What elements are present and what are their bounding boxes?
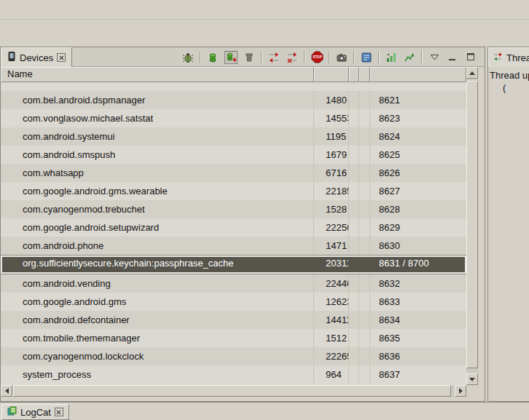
process-port: 8635 xyxy=(370,329,466,347)
process-port: 8627 xyxy=(370,182,466,200)
toolbar-separator xyxy=(378,51,380,63)
process-debug-cell xyxy=(349,91,359,109)
view-menu-icon[interactable] xyxy=(428,51,441,64)
process-row[interactable]: com.tmobile.thememanager 1512 8635 xyxy=(1,329,466,347)
process-debug-cell xyxy=(349,200,359,218)
process-pid: 1471 xyxy=(314,237,349,255)
scroll-down-button[interactable] xyxy=(466,373,478,385)
column-header-pid[interactable] xyxy=(314,67,349,82)
process-row[interactable]: com.android.smspush 1679 8625 xyxy=(1,146,466,164)
update-heap-icon[interactable] xyxy=(206,51,219,64)
process-port: 8632 xyxy=(370,274,466,293)
main-toolbar-strip xyxy=(0,20,529,46)
devices-toolbar: STOP xyxy=(181,49,477,65)
process-name: system_process xyxy=(1,365,314,384)
process-debug-cell xyxy=(349,347,359,365)
process-pid: 1195 xyxy=(314,127,349,146)
vertical-scroll-thumb[interactable] xyxy=(466,81,478,368)
process-row[interactable]: com.vonglasow.michael.satstat 14553 8623 xyxy=(1,109,466,127)
maximize-icon[interactable] xyxy=(464,51,477,64)
process-debug-cell xyxy=(359,311,370,329)
column-header-debug2[interactable] xyxy=(359,67,370,82)
menu-item[interactable] xyxy=(32,7,47,12)
process-debug-cell xyxy=(359,109,370,127)
update-threads-icon[interactable] xyxy=(267,51,281,64)
process-debug-cell xyxy=(349,274,359,293)
process-pid: 12623 xyxy=(314,293,349,311)
cause-gc-icon[interactable] xyxy=(243,51,256,64)
process-port: 8636 xyxy=(370,347,466,365)
process-row[interactable]: com.cyanogenmod.lockclock 22265 8636 xyxy=(1,347,466,365)
process-pid: 6716 xyxy=(314,164,349,182)
process-debug-cell xyxy=(349,164,359,182)
process-row[interactable]: com.cyanogenmod.trebuchet 1528 8628 xyxy=(1,200,466,218)
process-debug-cell xyxy=(359,200,370,218)
process-debug-cell xyxy=(359,347,370,365)
process-row[interactable]: com.android.defcontainer 14411 8634 xyxy=(1,311,466,329)
tab-threads-label: Threads xyxy=(506,52,529,63)
process-debug-cell xyxy=(349,218,359,237)
process-row[interactable]: system_process 964 8637 xyxy=(1,365,466,384)
column-header-debug1[interactable] xyxy=(349,67,359,82)
process-row[interactable]: com.whatsapp 6716 8626 xyxy=(1,164,466,182)
menu-item[interactable] xyxy=(61,7,76,12)
toolbar-separator xyxy=(261,51,262,63)
process-row[interactable]: com.google.android.gms 12623 8633 xyxy=(1,293,466,311)
threads-body: Thread up ( xyxy=(488,67,529,401)
tab-logcat[interactable]: LogCat xyxy=(1,404,69,420)
vertical-scrollbar[interactable] xyxy=(466,67,478,385)
process-name: com.android.phone xyxy=(1,237,314,255)
process-debug-cell xyxy=(349,109,359,127)
process-port: 8625 xyxy=(370,146,466,164)
process-debug-cell xyxy=(349,329,359,347)
process-row[interactable]: com.google.android.setupwizard 22250 862… xyxy=(1,218,466,237)
screen-capture-icon[interactable] xyxy=(335,51,348,64)
menu-item[interactable] xyxy=(47,7,61,12)
scroll-left-button[interactable] xyxy=(1,385,12,397)
process-row[interactable]: com.android.systemui 1195 8624 xyxy=(1,127,466,146)
minimize-icon[interactable] xyxy=(446,51,459,64)
partial-row xyxy=(1,82,466,91)
process-pid: 22440 xyxy=(314,274,349,293)
process-table-header: Name xyxy=(1,67,466,82)
process-name: com.cyanogenmod.lockclock xyxy=(1,347,314,365)
close-icon[interactable] xyxy=(55,408,63,416)
ui-automator-icon[interactable] xyxy=(360,51,373,64)
tab-logcat-label: LogCat xyxy=(20,407,51,418)
column-header-name[interactable]: Name xyxy=(1,67,314,82)
scroll-right-button[interactable] xyxy=(455,385,466,397)
process-name: com.android.smspush xyxy=(1,146,314,164)
process-row[interactable]: com.android.phone 1471 8630 xyxy=(1,237,466,255)
process-port: 8626 xyxy=(370,164,466,182)
toolbar-separator xyxy=(421,51,423,63)
close-icon[interactable] xyxy=(57,53,66,62)
process-debug-cell xyxy=(359,255,370,274)
scroll-up-button[interactable] xyxy=(466,67,478,79)
process-port: 8628 xyxy=(370,200,466,218)
menu-item[interactable] xyxy=(3,7,17,12)
process-debug-cell xyxy=(349,255,359,274)
process-debug-cell xyxy=(359,365,370,384)
process-row[interactable]: com.bel.android.dspmanager 1480 8621 xyxy=(1,91,466,109)
process-row[interactable]: com.google.android.gms.wearable 22185 86… xyxy=(1,182,466,200)
tab-threads[interactable]: Threads xyxy=(488,47,529,67)
dump-hprof-icon[interactable] xyxy=(224,51,238,64)
threads-message-line2: ( xyxy=(503,82,506,93)
process-row[interactable]: org.sufficientlysecure.keychain:passphra… xyxy=(1,255,466,274)
horizontal-scrollbar[interactable] xyxy=(1,385,466,397)
process-pid: 22265 xyxy=(314,347,349,365)
process-port: 8633 xyxy=(370,293,466,311)
sysinfo-graph-icon[interactable] xyxy=(403,51,416,64)
process-pid: 1679 xyxy=(314,146,349,164)
column-header-port[interactable] xyxy=(370,67,466,82)
stop-process-icon[interactable]: STOP xyxy=(310,51,324,64)
process-row[interactable]: com.android.vending 22440 8632 xyxy=(1,274,466,293)
process-name: com.android.defcontainer xyxy=(1,311,314,329)
tab-devices[interactable]: Devices xyxy=(1,47,72,67)
menu-item[interactable] xyxy=(17,7,32,12)
horizontal-scroll-thumb[interactable] xyxy=(13,385,451,397)
devices-tabbar: Devices xyxy=(1,47,485,67)
sysinfo-bars-icon[interactable] xyxy=(385,51,398,64)
debug-process-icon[interactable] xyxy=(181,51,195,64)
stop-method-profiling-icon[interactable] xyxy=(286,51,299,64)
